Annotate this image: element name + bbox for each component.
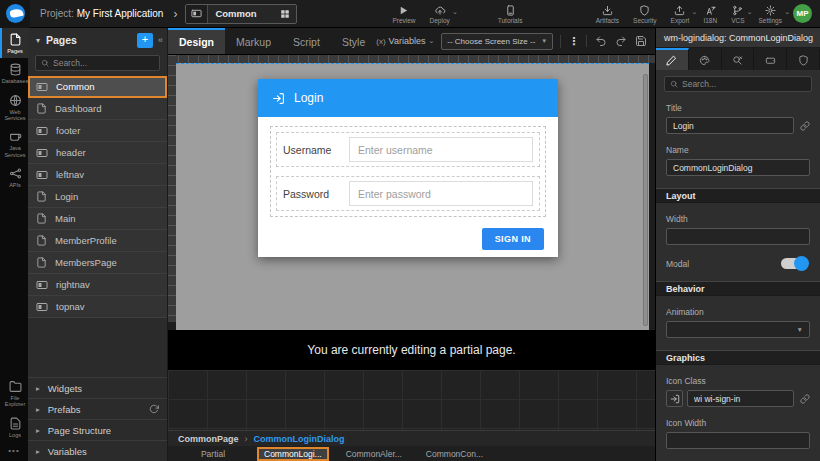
canvas-stage[interactable]: Login Username Password SIGN IN [176,63,649,330]
add-page-button[interactable]: + [137,33,153,48]
properties-search-input[interactable] [682,79,806,89]
sidebar-item-databases[interactable]: Databases [0,58,28,88]
properties-panel: wm-logindialog: CommonLoginDialog Title … [655,28,820,461]
pages-search[interactable] [35,55,160,71]
section-widgets[interactable]: ▸ Widgets [28,377,167,398]
tab-design[interactable]: Design [168,28,225,54]
sidebar-item-java-services[interactable]: Java Services [0,125,28,162]
tab-script[interactable]: Script [282,28,331,54]
username-form-field[interactable]: Username [276,132,540,167]
expand-arrow-icon: ▸ [36,447,40,456]
width-label: Width [666,214,810,224]
wavemaker-logo[interactable] [0,0,30,28]
layout-section-header[interactable]: Layout [656,188,820,203]
select-arrow-icon: ▼ [797,326,803,333]
variables-button[interactable]: (x) Variables ⌄ [376,36,434,46]
security-button[interactable]: Security [626,0,663,28]
sidebar-item-logs[interactable]: Logs [0,412,28,442]
page-selector-dropdown[interactable]: Common [185,4,297,24]
deploy-button[interactable]: Deploy ⌄ [423,0,457,28]
sidebar-item-file-explorer[interactable]: File Explorer [0,375,28,412]
password-form-field[interactable]: Password [276,176,540,211]
tab-partial[interactable]: Partial [180,448,246,460]
expand-arrow-icon: ▸ [36,426,40,435]
page-item-rightnav[interactable]: rightnav [28,274,167,296]
page-item-memberprofile[interactable]: MemberProfile [28,230,167,252]
breadcrumb-current[interactable]: CommonLoginDialog [254,434,345,444]
dialog-footer: SIGN IN [272,228,544,250]
sign-in-button[interactable]: SIGN IN [482,228,544,250]
page-item-common[interactable]: Common [28,76,167,98]
preview-button[interactable]: Preview [385,0,422,28]
section-variables[interactable]: ▸ Variables [28,440,167,461]
collapse-arrow-icon[interactable]: ▾ [36,36,40,45]
save-icon[interactable] [631,35,651,47]
page-item-footer[interactable]: footer [28,120,167,142]
tab-device[interactable] [754,48,787,70]
redo-icon[interactable] [611,35,631,47]
page-item-main[interactable]: Main [28,208,167,230]
page-item-dashboard[interactable]: Dashboard [28,98,167,120]
tab-security[interactable] [787,48,820,70]
login-form-container[interactable]: Username Password [270,126,546,217]
settings-button[interactable]: Settings ⌄ [752,0,790,28]
dialog-header: Login [258,79,558,117]
tab-common-login-dialog[interactable]: CommonLogi... [258,448,328,460]
more-options-icon[interactable]: ••• [0,442,28,461]
partial-icon [36,169,48,181]
tab-common-confirm-dialog[interactable]: CommonCon... [420,448,489,460]
modal-toggle[interactable] [781,258,808,269]
graphics-section-header[interactable]: Graphics [656,350,820,365]
page-icon [36,103,47,114]
page-item-topnav[interactable]: topnav [28,296,167,318]
username-input[interactable] [349,137,533,162]
topbar-actions-left: Preview Deploy ⌄ Tutorials [385,0,529,27]
icon-width-input[interactable] [666,432,810,449]
page-item-login[interactable]: Login [28,186,167,208]
sidebar-item-apis[interactable]: APIs [0,162,28,192]
page-item-memberspage[interactable]: MembersPage [28,252,167,274]
export-button[interactable]: Export ⌄ [664,0,697,28]
refresh-icon[interactable] [149,404,159,414]
kebab-menu-icon[interactable]: ⋮ [560,35,586,48]
canvas-scrollbar[interactable] [643,74,648,326]
tab-styles[interactable] [689,48,722,70]
panel-collapse-icon[interactable]: « [158,35,163,45]
ruler-vertical [168,55,176,322]
width-input[interactable] [666,228,810,245]
selected-widget-header: wm-logindialog: CommonLoginDialog [656,28,820,48]
artifacts-button[interactable]: Artifacts [589,0,626,28]
sign-in-icon [666,390,683,407]
i18n-button[interactable]: I18N [696,0,724,28]
undo-icon[interactable] [591,35,611,47]
tab-style[interactable]: Style [331,28,376,54]
icon-class-input[interactable] [687,390,794,407]
sidebar-item-web-services[interactable]: Web Services [0,89,28,126]
grid-view-icon[interactable] [274,9,296,19]
properties-search[interactable] [664,76,812,92]
tab-events[interactable] [722,48,755,70]
screen-size-select[interactable]: -- Choose Screen Size -- ▼ [441,33,553,50]
sidebar-item-pages[interactable]: Pages [0,28,28,58]
behavior-section-header[interactable]: Behavior [656,281,820,296]
password-input[interactable] [349,181,533,206]
pages-search-input[interactable] [53,58,154,68]
breadcrumb-parent[interactable]: CommonPage [178,434,239,444]
tab-common-alert-dialog[interactable]: CommonAler... [340,448,408,460]
name-input[interactable] [666,159,810,176]
database-icon [9,63,22,76]
login-dialog-widget[interactable]: Login Username Password SIGN IN [258,79,558,257]
vcs-button[interactable]: VCS ⌄ [724,0,751,28]
title-input[interactable] [666,117,794,134]
tab-markup[interactable]: Markup [225,28,282,54]
page-item-leftnav[interactable]: leftnav [28,164,167,186]
section-prefabs[interactable]: ▸ Prefabs [28,398,167,419]
user-avatar[interactable]: MP [793,4,812,23]
animation-select[interactable]: ▼ [666,321,810,338]
tab-properties[interactable] [656,48,689,70]
tutorials-button[interactable]: Tutorials [491,0,530,28]
bind-link-icon[interactable] [800,394,810,404]
section-page-structure[interactable]: ▸ Page Structure [28,419,167,440]
page-item-header[interactable]: header [28,142,167,164]
bind-link-icon[interactable] [800,121,810,131]
